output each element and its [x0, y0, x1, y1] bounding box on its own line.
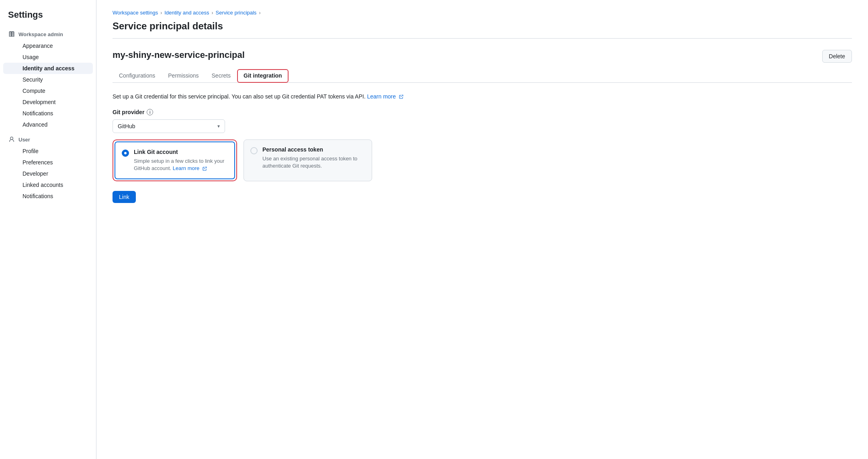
sidebar-item-usage[interactable]: Usage: [3, 51, 93, 63]
user-section-label: User: [18, 137, 30, 143]
sidebar-item-advanced[interactable]: Advanced: [3, 119, 93, 130]
tabs: Configurations Permissions Secrets Git i…: [113, 69, 852, 83]
sidebar-item-developer[interactable]: Developer: [3, 168, 93, 179]
radio-card-link-git-account[interactable]: Link Git account Simple setup in a few c…: [115, 141, 235, 179]
sidebar-section-workspace-admin: Workspace admin Appearance Usage Identit…: [0, 28, 96, 130]
link-git-account-description: Simple setup in a few clicks to link you…: [134, 158, 228, 172]
radio-dot-pat: [250, 147, 258, 154]
radio-content-link-git-account: Link Git account Simple setup in a few c…: [134, 149, 228, 172]
radio-dot-link-git-account: [122, 150, 129, 157]
sidebar-item-preferences[interactable]: Preferences: [3, 157, 93, 168]
sidebar-item-identity-and-access[interactable]: Identity and access: [3, 63, 93, 74]
git-provider-label: Git provider i: [113, 109, 852, 115]
external-link-icon: [399, 94, 403, 99]
tab-configurations[interactable]: Configurations: [113, 69, 162, 83]
sidebar: Settings Workspace admin Appearance Usag…: [0, 0, 96, 459]
link-button[interactable]: Link: [113, 191, 136, 203]
link-git-account-title: Link Git account: [134, 149, 228, 155]
tab-secrets[interactable]: Secrets: [205, 69, 237, 83]
sidebar-item-notifications-user[interactable]: Notifications: [3, 191, 93, 202]
breadcrumb: Workspace settings › Identity and access…: [113, 10, 852, 16]
sidebar-item-notifications[interactable]: Notifications: [3, 108, 93, 119]
dropdown-arrow-icon: ▾: [217, 123, 220, 129]
sidebar-section-user: User Profile Preferences Developer Linke…: [0, 133, 96, 202]
sidebar-title: Settings: [0, 10, 96, 28]
breadcrumb-identity-and-access[interactable]: Identity and access: [164, 10, 209, 16]
external-link-icon-2: [202, 166, 207, 171]
link-git-account-learn-more[interactable]: Learn more: [173, 165, 207, 171]
radio-options: Link Git account Simple setup in a few c…: [113, 139, 852, 181]
user-icon: [8, 136, 15, 143]
sidebar-section-header-workspace-admin[interactable]: Workspace admin: [0, 28, 96, 40]
breadcrumb-sep-2: ›: [212, 10, 213, 16]
sidebar-item-appearance[interactable]: Appearance: [3, 40, 93, 51]
pat-description: Use an existing personal access token to…: [262, 155, 365, 170]
git-integration-description: Set up a Git credential for this service…: [113, 92, 852, 101]
sidebar-section-header-user[interactable]: User: [0, 133, 96, 145]
breadcrumb-workspace-settings[interactable]: Workspace settings: [113, 10, 158, 16]
breadcrumb-sep-3: ›: [259, 10, 260, 16]
tab-git-integration[interactable]: Git integration: [237, 69, 289, 83]
git-provider-value: GitHub: [118, 123, 135, 129]
sidebar-item-linked-accounts[interactable]: Linked accounts: [3, 179, 93, 191]
sidebar-item-profile[interactable]: Profile: [3, 145, 93, 157]
page-title: Service principal details: [113, 20, 852, 32]
tab-permissions[interactable]: Permissions: [162, 69, 205, 83]
sidebar-item-compute[interactable]: Compute: [3, 85, 93, 96]
git-provider-dropdown[interactable]: GitHub ▾: [113, 119, 225, 133]
sp-name: my-shiny-new-service-principal: [113, 50, 245, 60]
learn-more-api-link[interactable]: Learn more: [367, 93, 403, 100]
git-integration-content: Set up a Git credential for this service…: [113, 92, 852, 203]
org-icon: [8, 31, 15, 38]
sidebar-item-development[interactable]: Development: [3, 96, 93, 108]
main-content: Workspace settings › Identity and access…: [96, 0, 868, 459]
workspace-admin-label: Workspace admin: [18, 31, 63, 37]
link-git-account-outline: Link Git account Simple setup in a few c…: [113, 139, 237, 181]
breadcrumb-service-principals[interactable]: Service principals: [216, 10, 257, 16]
page-divider: [113, 38, 852, 39]
sidebar-item-security[interactable]: Security: [3, 74, 93, 85]
delete-button[interactable]: Delete: [822, 50, 852, 63]
pat-title: Personal access token: [262, 146, 365, 153]
radio-card-personal-access-token[interactable]: Personal access token Use an existing pe…: [244, 139, 372, 181]
breadcrumb-sep-1: ›: [160, 10, 162, 16]
radio-content-pat: Personal access token Use an existing pe…: [262, 146, 365, 170]
info-icon[interactable]: i: [147, 109, 153, 115]
sp-header: my-shiny-new-service-principal Delete: [113, 50, 852, 63]
